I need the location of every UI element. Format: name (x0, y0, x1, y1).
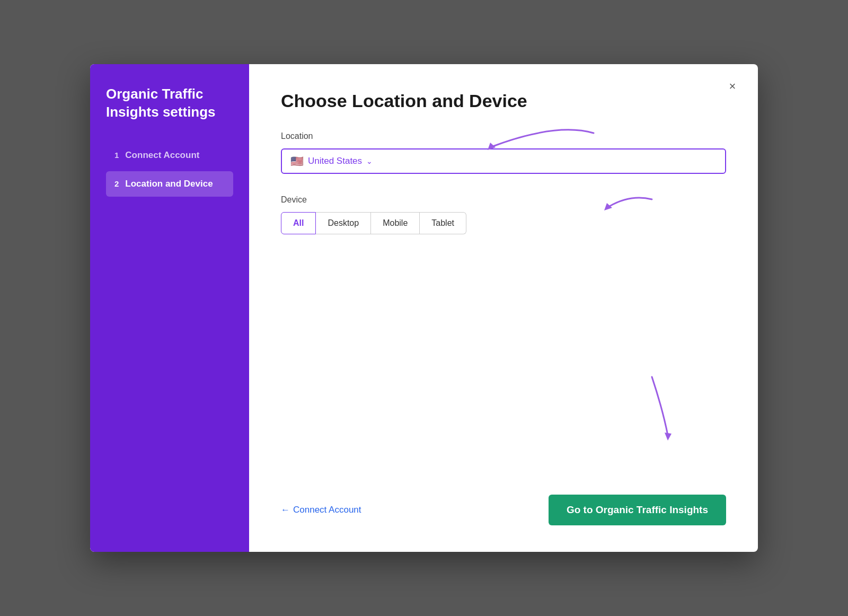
country-flag: 🇺🇸 (290, 155, 304, 168)
device-button-group: All Desktop Mobile Tablet (281, 212, 726, 234)
device-label: Device (281, 195, 726, 205)
device-btn-mobile[interactable]: Mobile (371, 212, 420, 234)
modal-dialog: Organic Traffic Insights settings 1 Conn… (90, 64, 758, 552)
device-btn-tablet[interactable]: Tablet (420, 212, 466, 234)
sidebar-item-location-device[interactable]: 2 Location and Device (106, 171, 233, 197)
back-label: Connect Account (293, 505, 361, 515)
chevron-down-icon: ⌄ (366, 157, 373, 165)
location-label: Location (281, 131, 726, 141)
selected-country: United States (308, 156, 362, 166)
step-1-number: 1 (114, 151, 119, 160)
device-section: Device All Desktop Mobile Tablet (281, 195, 726, 234)
back-link[interactable]: ← Connect Account (281, 505, 361, 515)
device-btn-desktop[interactable]: Desktop (316, 212, 371, 234)
step-2-number: 2 (114, 179, 119, 188)
location-dropdown[interactable]: 🇺🇸 United States ⌄ (281, 148, 726, 174)
modal-footer: ← Connect Account Go to Organic Traffic … (281, 479, 726, 525)
modal-overlay: Organic Traffic Insights settings 1 Conn… (0, 0, 848, 616)
go-to-insights-button[interactable]: Go to Organic Traffic Insights (549, 495, 726, 525)
sidebar-title: Organic Traffic Insights settings (106, 85, 233, 121)
sidebar-item-connect-account[interactable]: 1 Connect Account (106, 143, 233, 168)
close-button[interactable]: × (723, 77, 742, 96)
back-arrow: ← (281, 505, 290, 515)
device-btn-all[interactable]: All (281, 212, 316, 234)
sidebar-nav: 1 Connect Account 2 Location and Device (106, 143, 233, 197)
svg-marker-2 (665, 433, 672, 441)
sidebar: Organic Traffic Insights settings 1 Conn… (90, 64, 249, 552)
main-content: × Choose Location and Device Location 🇺🇸… (249, 64, 758, 552)
step-1-label: Connect Account (125, 150, 199, 161)
step-2-label: Location and Device (125, 179, 213, 189)
modal-title: Choose Location and Device (281, 91, 726, 111)
